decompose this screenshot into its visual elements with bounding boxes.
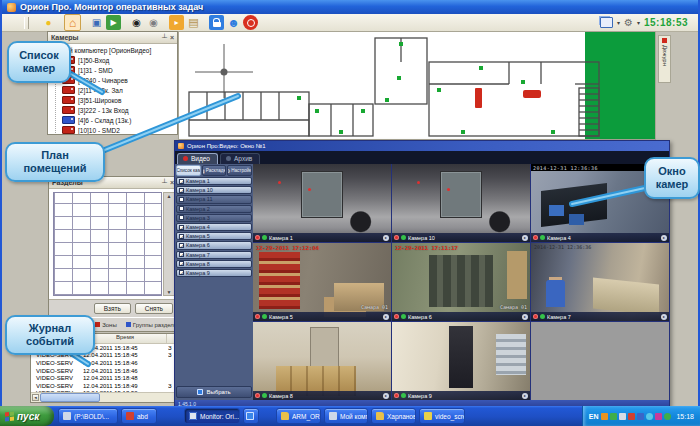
checkbox[interactable] — [179, 234, 184, 239]
power-icon[interactable] — [243, 15, 258, 30]
record-icon[interactable] — [394, 393, 399, 398]
close-icon[interactable]: × — [170, 34, 174, 41]
camera-list-item[interactable]: Камера 2 — [176, 205, 252, 213]
duty-side-tab[interactable]: Дежурн — [658, 35, 671, 83]
tree-item-camera[interactable]: [4]6 - Склад (13к.) — [62, 115, 175, 125]
event-log-row[interactable]: VIDEO-SERV12.04.2011 15:18:49З — [31, 382, 177, 390]
video-capture-icon[interactable]: ▶ — [106, 15, 121, 30]
live-icon[interactable] — [540, 314, 545, 319]
monitor-search-icon[interactable]: ▣ — [89, 15, 104, 30]
camera-tile[interactable]: Камера 1▸ — [253, 164, 391, 242]
camera-list-item[interactable]: Камера 4 — [176, 223, 252, 231]
select-button[interactable]: Выбрать — [176, 386, 252, 398]
checkbox[interactable] — [179, 252, 184, 257]
live-icon[interactable] — [401, 393, 406, 398]
pin-icon[interactable]: ┴ — [162, 34, 167, 41]
checkbox[interactable] — [179, 206, 184, 211]
taskbar-task[interactable]: video_scree... — [419, 408, 465, 424]
play-icon[interactable]: ▸ — [522, 235, 528, 241]
tray-icon-1[interactable] — [601, 413, 608, 420]
tree-item-camera[interactable]: [10]10 - SMD2 — [62, 125, 175, 134]
taskbar-task[interactable] — [243, 408, 259, 424]
taskbar-task[interactable]: Харланов Р... — [371, 408, 416, 424]
home-icon[interactable]: ⌂ — [64, 14, 81, 31]
event-log-row[interactable]: VIDEO-SERV12.04.2011 15:18:46 — [31, 367, 177, 375]
scroll-down-icon[interactable]: ▼ — [167, 289, 172, 295]
checkbox[interactable] — [179, 243, 184, 248]
play-icon[interactable]: ▸ — [383, 235, 389, 241]
bulb-icon[interactable]: ● — [41, 15, 56, 30]
record-icon[interactable] — [533, 314, 538, 319]
sections-tab[interactable]: Зоны — [91, 320, 121, 330]
scroll-left-icon[interactable]: ◄ — [32, 394, 39, 401]
play-icon[interactable]: ▸ — [661, 235, 667, 241]
live-icon[interactable] — [262, 235, 267, 240]
tray-icon-7[interactable] — [655, 413, 662, 420]
play-icon[interactable]: ▸ — [383, 314, 389, 320]
pin-icon[interactable]: ┴ — [162, 179, 167, 186]
live-icon[interactable] — [401, 235, 406, 240]
camera-tile[interactable]: 12-29-2011 17:12:04Самара 01Камера 5▸ — [253, 243, 391, 321]
record-icon[interactable] — [255, 314, 260, 319]
play-icon[interactable]: ▸ — [522, 393, 528, 399]
tree-item-camera[interactable]: [3]222 - 13к Вход — [62, 105, 175, 115]
floor-plan[interactable] — [178, 31, 656, 140]
live-icon[interactable] — [401, 314, 406, 319]
record-icon[interactable] — [394, 235, 399, 240]
event-log-row[interactable]: VIDEO-SERV12.04.2011 15:18:48 — [31, 374, 177, 382]
camera-tile[interactable]: 2014-12-31 12:36:36Камера 7▸ — [531, 243, 669, 321]
sidebar-tab[interactable]: ▣Список камер — [176, 165, 201, 176]
disarm-button[interactable]: Снять — [135, 303, 173, 314]
scroll-thumb[interactable] — [40, 393, 100, 402]
tools-icon[interactable]: ⚙ — [624, 17, 633, 28]
record-icon[interactable] — [533, 235, 538, 240]
video-tab[interactable]: Архив — [220, 153, 260, 164]
camera-tile[interactable]: ▸ — [531, 322, 669, 400]
window-layout-icon[interactable] — [600, 17, 613, 28]
tray-icon-4[interactable] — [628, 413, 635, 420]
camera-tile[interactable]: 12-29-2011 17:11:17Самара 01Камера 6▸ — [392, 243, 530, 321]
sections-grid[interactable] — [53, 192, 162, 296]
sidebar-tab[interactable]: ▦Раскладки — [202, 165, 227, 176]
checkbox[interactable] — [179, 188, 184, 193]
column-time[interactable]: Время — [84, 334, 167, 343]
scroll-up-icon[interactable]: ▲ — [167, 193, 172, 199]
taskbar-task[interactable]: ARM_ORIO... — [276, 408, 321, 424]
camera-tile[interactable]: Камера 8▸ — [253, 322, 391, 400]
camera-list-item[interactable]: Камера 6 — [176, 241, 252, 249]
record-icon[interactable] — [255, 235, 260, 240]
export-folder-icon[interactable]: ▸ — [169, 15, 184, 30]
record-icon[interactable] — [255, 393, 260, 398]
checkbox[interactable] — [179, 179, 184, 184]
webcam-icon[interactable]: ◉ — [146, 15, 161, 30]
camera-tile[interactable]: Камера 9▸ — [392, 322, 530, 400]
tree-item-camera[interactable]: [2]11 - 13к. Зал — [62, 85, 175, 95]
taskbar-task[interactable]: (P:\BOLD\... — [58, 408, 118, 424]
camera-list-item[interactable]: Камера 9 — [176, 269, 252, 277]
tray-icon-2[interactable] — [610, 413, 617, 420]
camera-list-item[interactable]: Камера 7 — [176, 251, 252, 259]
taskbar-task[interactable]: abd — [121, 408, 157, 424]
sections-tab[interactable]: Группы разделов — [122, 320, 177, 330]
language-indicator[interactable]: EN — [589, 413, 599, 420]
camera-tile[interactable]: Камера 10▸ — [392, 164, 530, 242]
tree-item-camera[interactable]: [3]51-Широков — [62, 95, 175, 105]
sidebar-tab[interactable]: ⚙Настройки — [227, 165, 252, 176]
camera-list-item[interactable]: Камера 11 — [176, 195, 252, 203]
camera-icon[interactable]: ◉ — [129, 15, 144, 30]
chevron-down-icon[interactable]: ▾ — [617, 19, 620, 26]
checkbox[interactable] — [179, 261, 184, 266]
play-icon[interactable]: ▸ — [661, 314, 667, 320]
tree-item-camera[interactable]: [2]240 - Чинарев — [62, 75, 175, 85]
tree-item-camera[interactable]: [1]31 - SMD — [62, 65, 175, 75]
live-icon[interactable] — [262, 314, 267, 319]
chevron-down-icon[interactable]: ▾ — [637, 19, 640, 26]
camera-list-item[interactable]: Камера 1 — [176, 177, 252, 185]
video-tab[interactable]: Видео — [177, 153, 218, 164]
checkbox[interactable] — [179, 225, 184, 230]
taskbar-task[interactable]: Monitor: Ori... — [184, 408, 240, 424]
checkbox[interactable] — [179, 197, 184, 202]
record-icon[interactable] — [394, 314, 399, 319]
video-window-titlebar[interactable]: Орион Про:Видео: Окно №1 — [175, 141, 669, 151]
event-log-row[interactable]: VIDEO-SERV12.04.2011 15:18:46 — [31, 359, 177, 367]
